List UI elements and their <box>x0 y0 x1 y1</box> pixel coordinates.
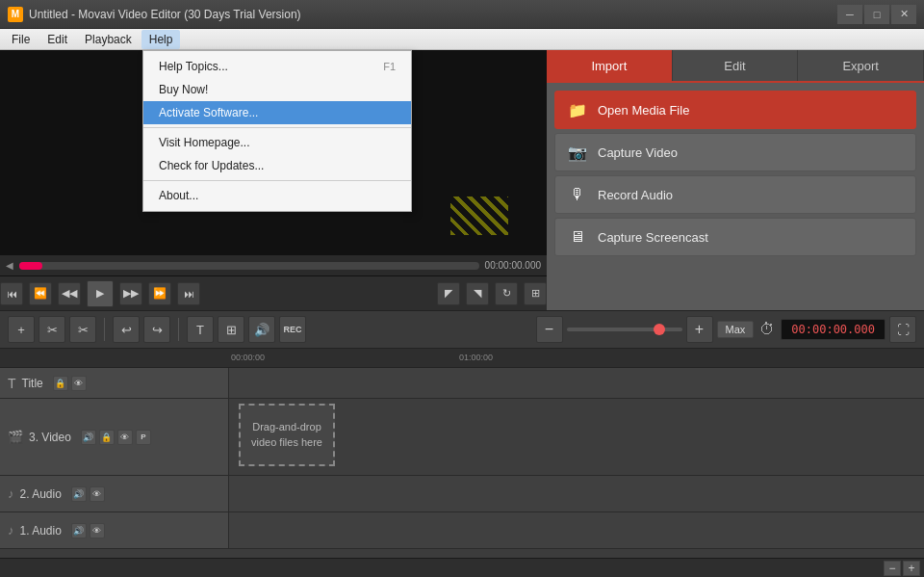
skip-end-button[interactable]: ⏭ <box>177 282 200 305</box>
audio2-track: ♪ 2. Audio 🔊 👁 <box>0 476 924 512</box>
progress-fill <box>19 262 42 270</box>
help-dropdown-menu: Help Topics... F1 Buy Now! Activate Soft… <box>142 50 412 212</box>
activate-software-item[interactable]: Activate Software... <box>143 101 411 124</box>
zoom-slider[interactable] <box>567 328 682 331</box>
clock-icon: ⏱ <box>757 321 777 338</box>
undo-button[interactable]: ↩ <box>113 316 140 343</box>
ruler-mark-0: 00:00:00 <box>229 353 265 362</box>
menu-playback[interactable]: Playback <box>77 30 140 49</box>
collapse-button[interactable]: − <box>884 561 901 576</box>
drag-drop-zone[interactable]: Drag-and-drop video files here <box>239 404 335 466</box>
minimize-button[interactable]: ─ <box>837 5 862 24</box>
rewind-button[interactable]: ◀◀ <box>58 282 81 305</box>
video-visibility-button[interactable]: 👁 <box>117 430 133 445</box>
audio2-volume-button[interactable]: 🔊 <box>71 486 87 502</box>
tab-export[interactable]: Export <box>798 50 924 81</box>
titlebar-left: M Untitled - Movavi Video Editor (30 Day… <box>8 7 301 22</box>
title-track-content <box>229 368 924 398</box>
visit-homepage-item[interactable]: Visit Homepage... <box>143 131 411 154</box>
main-area: ◀ 00:00:00.000 ⏮ ⏪ ◀◀ ▶ ▶▶ ⏩ ⏭ <box>0 50 924 310</box>
loop-button[interactable]: ↻ <box>495 282 518 305</box>
microphone-icon: 🎙 <box>567 184 588 205</box>
fullscreen-button[interactable]: ⛶ <box>889 316 916 343</box>
right-panel: Import Edit Export 📁 Open Media File 📷 C… <box>547 50 924 310</box>
play-button[interactable]: ▶ <box>87 280 114 307</box>
video-lock-button[interactable]: 🔒 <box>99 430 115 445</box>
mark-in-button[interactable]: ◤ <box>437 282 460 305</box>
max-zoom-button[interactable]: Max <box>717 321 755 338</box>
video-track-controls: 🔊 🔒 👁 P <box>81 430 151 445</box>
record-button[interactable]: REC <box>279 316 306 343</box>
audio1-track-icon: ♪ <box>8 523 14 538</box>
video-proxy-button[interactable]: P <box>136 430 151 445</box>
audio2-track-icon: ♪ <box>8 486 14 501</box>
dropdown-separator-2 <box>143 180 411 181</box>
tab-edit[interactable]: Edit <box>673 50 799 81</box>
title-lock-button[interactable]: 🔒 <box>53 376 68 391</box>
left-column: ◀ 00:00:00.000 ⏮ ⏪ ◀◀ ▶ ▶▶ ⏩ ⏭ <box>0 50 924 558</box>
ruler-mark-1: 01:00:00 <box>457 353 493 362</box>
toolbar: + ✂ ✂ ↩ ↪ T ⊞ 🔊 REC − + Max ⏱ <box>0 310 924 349</box>
content-row: ◀ 00:00:00.000 ⏮ ⏪ ◀◀ ▶ ▶▶ ⏩ ⏭ <box>0 50 924 558</box>
audio1-visibility-button[interactable]: 👁 <box>90 523 105 538</box>
audio-button[interactable]: 🔊 <box>248 316 275 343</box>
menu-help[interactable]: Help <box>141 30 181 49</box>
audio2-track-content <box>229 476 924 511</box>
buy-now-item[interactable]: Buy Now! <box>143 78 411 101</box>
expand-button[interactable]: + <box>903 561 920 576</box>
tab-import[interactable]: Import <box>547 50 673 81</box>
clip-settings-button[interactable]: ⊞ <box>524 282 547 305</box>
bottom-bar: − + <box>0 558 924 577</box>
time-display: 00:00:00.000 <box>485 260 541 271</box>
effects-button[interactable]: ⊞ <box>218 316 244 343</box>
audio1-track-controls: 🔊 👁 <box>71 523 105 538</box>
add-button[interactable]: + <box>8 316 35 343</box>
camera-icon: 📷 <box>567 142 588 163</box>
progress-bar-area: ◀ 00:00:00.000 <box>0 254 547 275</box>
dropdown-separator-1 <box>143 127 411 128</box>
progress-track[interactable] <box>19 262 479 270</box>
mark-out-button[interactable]: ◥ <box>466 282 489 305</box>
audio2-track-header: ♪ 2. Audio 🔊 👁 <box>0 476 229 511</box>
title-track-label: Title <box>22 377 43 390</box>
check-updates-item[interactable]: Check for Updates... <box>143 154 411 177</box>
zoom-out-button[interactable]: − <box>536 316 563 343</box>
audio1-volume-button[interactable]: 🔊 <box>71 523 87 538</box>
close-button[interactable]: ✕ <box>891 5 916 24</box>
window-controls: ─ □ ✕ <box>837 5 916 24</box>
cut-button[interactable]: ✂ <box>38 316 65 343</box>
menu-file[interactable]: File <box>4 30 38 49</box>
title-visibility-button[interactable]: 👁 <box>71 376 87 391</box>
toolbar-separator-2 <box>178 318 179 341</box>
zoom-in-button[interactable]: + <box>686 316 713 343</box>
open-media-file-button[interactable]: 📁 Open Media File <box>554 91 916 129</box>
audio1-track: ♪ 1. Audio 🔊 👁 <box>0 512 924 549</box>
timeline-area: 00:00:00 01:00:00 T Title 🔒 👁 <box>0 349 924 558</box>
timeline-ruler: 00:00:00 01:00:00 <box>0 349 924 368</box>
zoom-area: − + Max ⏱ 00:00:00.000 ⛶ <box>536 316 916 343</box>
forward-button[interactable]: ▶▶ <box>119 282 142 305</box>
skip-start-button[interactable]: ⏮ <box>0 282 23 305</box>
next-frame-button[interactable]: ⏩ <box>148 282 171 305</box>
video-track-content: Drag-and-drop video files here <box>229 399 924 475</box>
record-audio-button[interactable]: 🎙 Record Audio <box>554 175 916 214</box>
audio1-track-header: ♪ 1. Audio 🔊 👁 <box>0 512 229 548</box>
about-item[interactable]: About... <box>143 184 411 207</box>
app-window: M Untitled - Movavi Video Editor (30 Day… <box>0 0 924 577</box>
redo-button[interactable]: ↪ <box>143 316 170 343</box>
import-buttons: 📁 Open Media File 📷 Capture Video 🎙 Reco… <box>547 83 924 264</box>
audio2-visibility-button[interactable]: 👁 <box>90 486 105 502</box>
audio2-track-controls: 🔊 👁 <box>71 486 105 502</box>
capture-video-button[interactable]: 📷 Capture Video <box>554 133 916 171</box>
menu-edit[interactable]: Edit <box>39 30 75 49</box>
audio2-track-label: 2. Audio <box>20 487 62 501</box>
prev-frame-button[interactable]: ⏪ <box>29 282 52 305</box>
split-button[interactable]: ✂ <box>69 316 96 343</box>
capture-screencast-button[interactable]: 🖥 Capture Screencast <box>554 218 916 256</box>
ruler-ticks: 00:00:00 01:00:00 <box>229 353 924 364</box>
title-button[interactable]: T <box>187 316 214 343</box>
video-audio-button[interactable]: 🔊 <box>81 430 96 445</box>
maximize-button[interactable]: □ <box>864 5 889 24</box>
help-topics-item[interactable]: Help Topics... F1 <box>143 55 411 78</box>
playback-controls: ⏮ ⏪ ◀◀ ▶ ▶▶ ⏩ ⏭ ◤ ◥ ↻ ⊞ <box>0 275 547 310</box>
